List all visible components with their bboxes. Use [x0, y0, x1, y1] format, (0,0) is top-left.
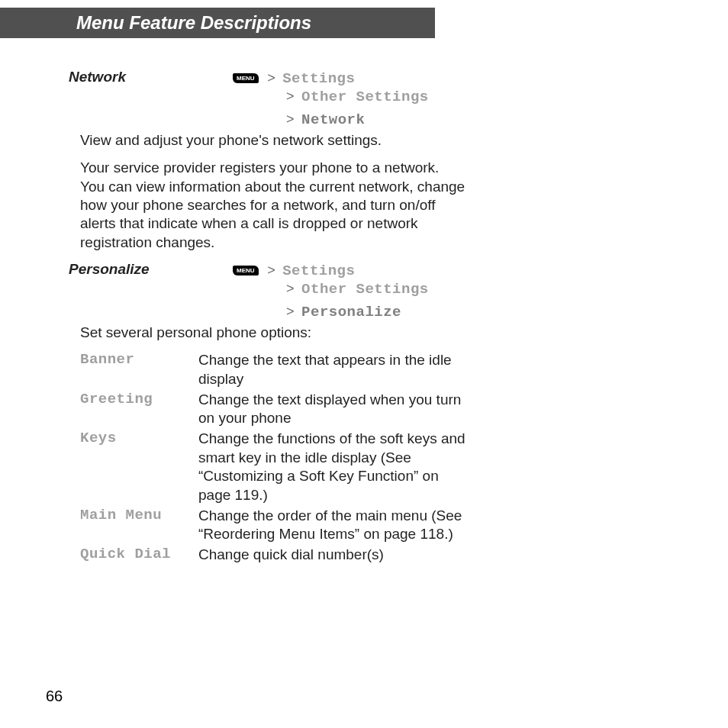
option-name: Greeting: [80, 391, 198, 428]
option-desc: Change the text displayed when you turn …: [198, 391, 465, 428]
chevron-right-icon: >: [286, 111, 295, 127]
option-row: Greeting Change the text displayed when …: [80, 391, 465, 428]
nav-path: MENU > Settings > Other Settings > Netwo…: [233, 69, 465, 128]
option-row: Banner Change the text that appears in t…: [80, 351, 465, 388]
content-area: Network MENU > Settings > Other Settings…: [69, 69, 465, 566]
path-step-current: Personalize: [301, 304, 401, 321]
feature-personalize: Personalize MENU > Settings > Other Sett…: [69, 261, 465, 321]
feature-network: Network MENU > Settings > Other Settings…: [69, 69, 465, 128]
page-header: Menu Feature Descriptions: [0, 8, 435, 38]
path-step: Other Settings: [301, 89, 429, 105]
chevron-right-icon: >: [267, 70, 275, 85]
option-desc: Change the order of the main menu (See “…: [198, 507, 465, 544]
option-desc: Change quick dial number(s): [198, 546, 465, 565]
option-desc: Change the functions of the soft keys an…: [198, 430, 465, 505]
path-step-current: Network: [301, 111, 365, 128]
menu-key-icon: MENU: [233, 266, 259, 275]
chevron-right-icon: >: [286, 89, 295, 104]
feature-title: Personalize: [69, 261, 233, 321]
menu-key-icon: MENU: [233, 73, 259, 83]
option-name: Banner: [80, 351, 198, 388]
page: Menu Feature Descriptions Network MENU >…: [0, 0, 728, 728]
option-name: Keys: [80, 430, 198, 505]
path-step: Settings: [282, 263, 355, 279]
path-step: Other Settings: [301, 281, 429, 298]
page-number: 66: [46, 688, 63, 705]
body-text: Your service provider registers your pho…: [80, 159, 465, 252]
chevron-right-icon: >: [267, 263, 275, 278]
chevron-right-icon: >: [286, 304, 295, 319]
nav-path: MENU > Settings > Other Settings > Perso…: [233, 261, 465, 321]
chevron-right-icon: >: [286, 281, 295, 296]
option-desc: Change the text that appears in the idle…: [198, 351, 465, 388]
body-text: View and adjust your phone's network set…: [80, 131, 465, 150]
option-row: Keys Change the functions of the soft ke…: [80, 430, 465, 505]
feature-title: Network: [69, 69, 233, 128]
path-step: Settings: [282, 70, 355, 87]
option-row: Main Menu Change the order of the main m…: [80, 507, 465, 544]
option-name: Quick Dial: [80, 546, 198, 565]
option-name: Main Menu: [80, 507, 198, 544]
body-text: Set several personal phone options:: [80, 324, 465, 342]
option-row: Quick Dial Change quick dial number(s): [80, 546, 465, 565]
